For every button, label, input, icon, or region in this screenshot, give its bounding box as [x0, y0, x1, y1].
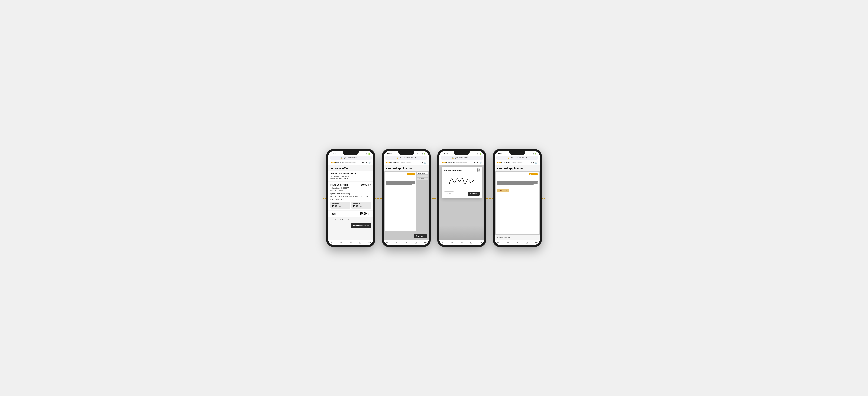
lang-btn-3[interactable]: DE ▾	[474, 162, 478, 163]
forward-button-3[interactable]: →	[451, 241, 454, 244]
url-4: ajila.insurance.com	[510, 157, 525, 159]
back-button-4[interactable]: ←	[497, 241, 499, 244]
forward-button-4[interactable]: →	[506, 241, 509, 244]
doc-tab-b[interactable]: Document B	[417, 175, 428, 177]
bottom-nav-4: ← → ＋ ⊡ •••	[495, 240, 540, 245]
reset-button[interactable]: Reset	[444, 191, 454, 196]
lang-btn-1[interactable]: DE	[362, 162, 365, 163]
product-b-label: Produkt B	[353, 203, 370, 205]
site-header-1: ajila insurance POWERED BY SWISSCOM DE ▾…	[328, 160, 373, 165]
notch-2	[398, 151, 414, 155]
signed-doc-logo: ajila insurance	[529, 174, 538, 175]
browser-bar-1[interactable]: 🔒 ajila.insurance.com ⬆	[330, 156, 372, 159]
cart-icon-2[interactable]: 🛒	[424, 161, 427, 164]
total-section: Total 95.60 CHF	[328, 211, 373, 217]
more-button-4[interactable]: •••	[535, 241, 538, 244]
doc-line-5	[386, 181, 415, 182]
notch-1	[343, 151, 359, 155]
page-title-2: Personal application	[384, 165, 429, 171]
status-icons-2: ▲ ●● ◆ 🔋	[417, 153, 426, 155]
phone-4-screen: 16:31 ▲ ●● ◆ 🔋 🔒 ajila.insurance.com ⬆ a…	[495, 151, 540, 245]
signed-doc-line-6	[497, 182, 538, 183]
signature-drawing[interactable]	[444, 175, 479, 187]
forward-button-2[interactable]: →	[396, 241, 398, 244]
offerte-link[interactable]: Offerte/Warenkorb zusenden	[328, 217, 373, 222]
signed-doc-lines-mid	[497, 177, 538, 178]
fill-out-application-button[interactable]: Fill out application	[351, 223, 371, 228]
product-a-unit: CHF	[338, 206, 341, 207]
doc-line-3	[386, 177, 405, 177]
chevron-down-icon-1: ▾	[366, 162, 367, 163]
lang-btn-2[interactable]: DE ▾	[419, 162, 423, 163]
cart-icon-3[interactable]: 🛒	[479, 161, 482, 164]
sign-modal: ✕ Please sign here Reset	[441, 167, 482, 199]
browser-bar-4[interactable]: 🔒 ajila.insurance.com ⬆	[496, 156, 538, 159]
signed-doc-line-4	[497, 178, 513, 178]
person-header: Franz Muster (44) 95.60 CHF	[330, 183, 371, 186]
lang-btn-4[interactable]: DE ▾	[530, 162, 534, 163]
signed-doc-line-7	[497, 183, 538, 184]
logo-powered-4: POWERED BY SWISSCOM	[512, 162, 523, 163]
add-tab-button-2[interactable]: ＋	[405, 241, 408, 244]
signed-doc-preview: ajila insurance	[496, 172, 539, 234]
browser-bar-3[interactable]: 🔒 ajila.insurance.com ⬆	[441, 156, 483, 159]
sign-now-button[interactable]: Sign now	[414, 234, 427, 238]
logo-box-3: ajila insurance POWERED BY SWISSCOM	[441, 161, 467, 164]
tab-view-button-4[interactable]: ⊡	[526, 241, 528, 244]
document-preview: ajila insurance	[385, 172, 416, 232]
back-button-1[interactable]: ←	[330, 241, 333, 244]
logo-box-2: ajila insurance POWERED BY SWISSCOM	[386, 161, 412, 164]
lock-icon-1: 🔒	[341, 157, 343, 159]
tab-view-button-2[interactable]: ⊡	[415, 241, 417, 244]
tab-view-button-1[interactable]: ⊡	[359, 241, 361, 244]
share-icon-1: ⬆	[359, 157, 361, 159]
add-tab-button-3[interactable]: ＋	[461, 241, 463, 244]
cart-icon-4[interactable]: 🛒	[535, 161, 538, 164]
logo-badge-2: ajila	[386, 162, 390, 163]
site-header-3: ajila insurance POWERED BY SWISSCOM DE ▾…	[439, 160, 484, 165]
add-tab-button-4[interactable]: ＋	[516, 241, 519, 244]
browser-bar-2[interactable]: 🔒 ajila.insurance.com ⬆	[385, 156, 427, 159]
confirm-button[interactable]: Confirm	[468, 192, 479, 196]
url-3: ajila.insurance.com	[455, 157, 470, 159]
modal-close-button[interactable]: ✕	[477, 168, 480, 172]
doc-logo: ajila insurance	[407, 174, 415, 175]
download-link[interactable]: Download file	[499, 237, 510, 238]
bottom-nav-3: ← → ＋ ⊡ •••	[439, 240, 484, 245]
product-b-card: Produkt B 43.30 CHF	[351, 202, 371, 209]
back-button-2[interactable]: ←	[386, 241, 388, 244]
product-grid: Produkt A 42.30 CHF Produkt B 43.30 CHF	[330, 202, 371, 209]
offerte-link-text[interactable]: Offerte/Warenkorb zusenden	[330, 219, 350, 221]
download-icon: ⬇	[497, 236, 498, 239]
person-section: Franz Muster (44) 95.60 CHF Geburtsdatum…	[328, 182, 373, 210]
action-bar-1: Fill out application	[328, 222, 373, 229]
add-tab-button-1[interactable]: ＋	[350, 241, 352, 244]
doc-line-6	[386, 182, 415, 183]
signature-area[interactable]	[444, 174, 479, 188]
doc-tab-a[interactable]: Document A	[417, 172, 428, 174]
logo-badge-4: ajila	[497, 162, 501, 163]
more-button-3[interactable]: •••	[479, 241, 482, 244]
tab-view-button-3[interactable]: ⊡	[470, 241, 472, 244]
phone-1-content: ajila insurance POWERED BY SWISSCOM DE ▾…	[328, 160, 373, 240]
more-button-1[interactable]: •••	[368, 241, 371, 244]
phone-3-wrapper: 16:31 ▲ ●● ◆ 🔋 🔒 ajila.insurance.com ⬆ a…	[437, 149, 486, 247]
bottom-nav-1: ← → ＋ ⊡ •••	[328, 240, 373, 245]
modal-actions: Reset Confirm	[444, 191, 479, 196]
doc-tab-c[interactable]: Document C	[417, 178, 428, 180]
doc-lines-mid	[386, 177, 415, 178]
more-button-2[interactable]: •••	[424, 241, 427, 244]
person-price: 95.60 CHF	[361, 183, 371, 186]
logo-insurance-2: insurance	[390, 161, 400, 164]
download-bar[interactable]: ⬇ Download file	[495, 235, 540, 240]
logo-box-1: ajila insurance POWERED BY SWISSCOM	[330, 161, 356, 164]
cart-icon-1[interactable]: 🛒	[368, 161, 371, 164]
logo-badge-1: ajila	[331, 162, 335, 163]
phone-4-wrapper: 16:31 ▲ ●● ◆ 🔋 🔒 ajila.insurance.com ⬆ a…	[493, 149, 542, 247]
back-button-3[interactable]: ←	[441, 241, 444, 244]
logo-powered-3: POWERED BY SWISSCOM	[456, 162, 467, 163]
forward-button-1[interactable]: →	[340, 241, 342, 244]
wohnort-title: Wohnort und Vertragsbeginn	[330, 172, 371, 175]
lock-icon-3: 🔒	[452, 157, 454, 159]
product-b-unit: CHF	[359, 206, 362, 207]
